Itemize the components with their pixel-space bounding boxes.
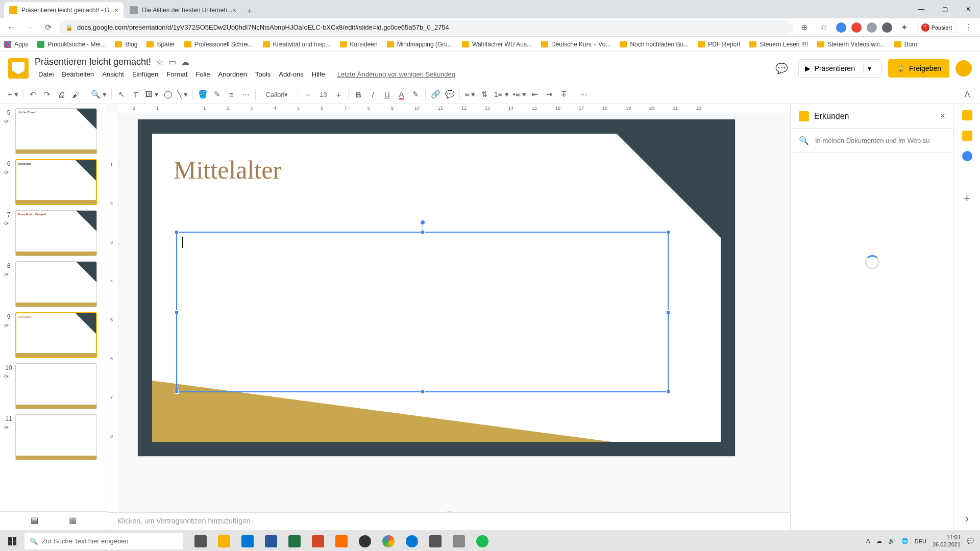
resize-handle[interactable] (666, 310, 670, 314)
present-button[interactable]: ▶ Präsentieren ▾ (798, 59, 882, 78)
file-explorer-icon[interactable] (212, 531, 236, 552)
comments-button[interactable]: 💬 (772, 58, 792, 79)
browser-tab[interactable]: Die Aktien der besten Unterneh... × (125, 2, 241, 18)
onedrive-icon[interactable]: ☁ (876, 538, 882, 544)
indent-decrease-button[interactable]: ⇤ (529, 88, 542, 101)
tray-expand-icon[interactable]: ᐱ (866, 538, 870, 544)
zoom-button[interactable]: 🔍 ▾ (89, 88, 108, 101)
start-button[interactable] (0, 531, 24, 552)
slide-thumbnail-current[interactable]: Mittelalter (15, 312, 97, 358)
hide-side-panel-button[interactable]: › (965, 512, 969, 525)
document-title[interactable]: Präsentieren leicht gemacht! (35, 57, 151, 67)
new-slide-button[interactable]: + ▾ (6, 88, 20, 101)
menu-format[interactable]: Format (163, 68, 191, 80)
calendar-icon[interactable] (962, 110, 972, 120)
line-spacing-button[interactable]: ⇅ (478, 88, 491, 101)
slide-canvas[interactable]: Mittelalter (138, 119, 735, 456)
undo-button[interactable]: ↶ (27, 88, 40, 101)
print-button[interactable]: 🖨 (55, 88, 68, 101)
textbox-tool[interactable]: T (129, 88, 142, 101)
excel-icon[interactable] (283, 531, 306, 552)
extension-icon[interactable] (836, 22, 846, 33)
browser-menu-icon[interactable]: ⋮ (962, 20, 976, 35)
filmstrip-view-button[interactable]: ▤ (31, 515, 38, 525)
reload-button[interactable]: ⟳ (41, 20, 55, 35)
share-button[interactable]: 🔒 Freigeben (888, 59, 949, 78)
resize-handle[interactable] (421, 390, 425, 394)
menu-addons[interactable]: Add-ons (275, 68, 307, 80)
chrome-icon[interactable] (377, 531, 400, 552)
browser-tab-active[interactable]: Präsentieren leicht gemacht! - G... × (4, 2, 124, 18)
slides-logo-icon[interactable] (8, 58, 29, 79)
last-edit-text[interactable]: Letzte Änderung vor wenigen Sekunden (334, 68, 459, 80)
forward-button[interactable]: → (22, 20, 37, 35)
notes-resize-handle[interactable]: ⋯ (107, 510, 790, 513)
numbered-list-button[interactable]: 1≡ ▾ (492, 88, 510, 101)
app-icon[interactable] (447, 531, 471, 552)
edge-icon[interactable] (236, 531, 259, 552)
resize-handle[interactable] (175, 390, 179, 394)
bookmark-folder[interactable]: Später (146, 41, 175, 48)
spotify-icon[interactable] (471, 531, 494, 552)
comment-button[interactable]: 💬 (443, 88, 456, 101)
notification-icon[interactable]: 💬 (967, 538, 974, 544)
bookmark-folder[interactable]: Noch hochladen Bu... (620, 41, 689, 48)
network-icon[interactable]: 🌐 (901, 538, 909, 544)
bookmark-folder[interactable]: PDF Report (698, 41, 740, 48)
line-tool[interactable]: ╲ ▾ (176, 88, 189, 101)
bookmark-folder[interactable]: Steuern Videos wic... (817, 41, 885, 48)
obs-icon[interactable] (353, 531, 377, 552)
slide-thumbnail[interactable]: Ich bin Traud. (15, 108, 97, 154)
minimize-button[interactable]: — (910, 0, 933, 18)
bookmark-folder[interactable]: Deutsche Kurs + Vo... (541, 41, 610, 48)
border-color-button[interactable]: ✎ (210, 88, 224, 101)
back-button[interactable]: ← (4, 20, 18, 35)
bookmark-folder[interactable]: Kursideen (340, 41, 378, 48)
bookmark-folder[interactable]: Blog (115, 41, 137, 48)
speaker-notes[interactable]: ⋯ Klicken, um Vortragsnotizen hinzuzufüg… (107, 512, 790, 532)
rotation-handle[interactable] (421, 220, 425, 224)
clear-formatting-button[interactable]: T̶ (557, 88, 571, 101)
slide-thumbnail[interactable] (15, 363, 97, 409)
close-window-button[interactable]: ✕ (957, 0, 980, 18)
bookmark-star-icon[interactable]: ☆ (817, 20, 831, 35)
select-tool[interactable]: ↖ (115, 88, 128, 101)
taskbar-clock[interactable]: 11:01 26.02.2021 (933, 534, 961, 547)
profile-paused-chip[interactable]: T Pausiert (917, 22, 957, 33)
resize-handle[interactable] (666, 230, 670, 234)
fill-color-button[interactable]: 🪣 (196, 88, 209, 101)
volume-icon[interactable]: 🔊 (888, 538, 895, 544)
extension-icon[interactable] (851, 22, 862, 33)
bookmark-folder[interactable]: Steuern Lesen !!!! (749, 41, 808, 48)
more-button[interactable]: ⋯ (577, 88, 591, 101)
menu-folie[interactable]: Folie (192, 68, 213, 80)
selected-text-box[interactable] (176, 232, 669, 392)
menu-einfuegen[interactable]: Einfügen (129, 68, 162, 80)
edge-icon[interactable] (400, 531, 424, 552)
menu-datei[interactable]: Datei (35, 68, 57, 80)
menu-hilfe[interactable]: Hilfe (308, 68, 329, 80)
canvas-area[interactable]: 2112345678910111213141516171819202122 12… (107, 104, 790, 532)
zoom-icon[interactable]: ⊕ (797, 20, 812, 35)
font-size-input[interactable]: 13 (315, 88, 331, 101)
keep-icon[interactable] (962, 131, 972, 141)
bookmark-folder[interactable]: Büro (894, 41, 917, 48)
language-indicator[interactable]: DEU (915, 538, 926, 544)
resize-handle[interactable] (175, 310, 179, 314)
present-dropdown[interactable]: ▾ (863, 64, 875, 72)
collapse-toolbar-button[interactable]: ᐱ (961, 88, 974, 101)
maximize-button[interactable]: ▢ (933, 0, 957, 18)
bookmark-item[interactable]: Produktsuche - Mer... (37, 41, 106, 48)
image-tool[interactable]: 🖼 ▾ (143, 88, 160, 101)
link-button[interactable]: 🔗 (429, 88, 442, 101)
cloud-status-icon[interactable]: ☁ (181, 57, 189, 67)
menu-bearbeiten[interactable]: Bearbeiten (58, 68, 97, 80)
windows-search-input[interactable]: 🔍 Zur Suche Text hier eingeben (24, 533, 183, 549)
account-avatar[interactable] (955, 60, 972, 77)
close-tab-icon[interactable]: × (232, 6, 236, 14)
extensions-menu-icon[interactable]: ✦ (897, 20, 912, 35)
underline-button[interactable]: U (380, 88, 394, 101)
app-icon[interactable] (330, 531, 353, 552)
menu-tools[interactable]: Tools (252, 68, 274, 80)
highlight-button[interactable]: ✎ (409, 88, 422, 101)
